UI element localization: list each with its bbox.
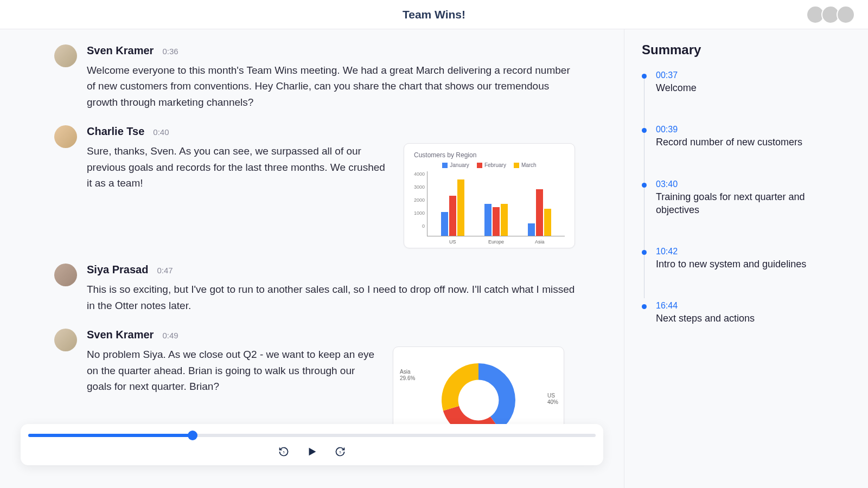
summary-item[interactable]: 16:44 Next steps and actions bbox=[642, 301, 851, 325]
summary-dot-icon bbox=[642, 304, 647, 309]
y-tick: 2000 bbox=[414, 197, 425, 203]
bar-chart-card[interactable]: Customers by Region January February Mar… bbox=[404, 143, 575, 248]
summary-time: 00:37 bbox=[656, 70, 851, 80]
bar-group: Asia bbox=[528, 171, 551, 236]
transcript-entry[interactable]: Charlie Tse 0:40 Sure, thanks, Sven. As … bbox=[54, 125, 575, 248]
speaker-name: Siya Prasad bbox=[87, 264, 148, 276]
bar-group: Europe bbox=[484, 171, 508, 236]
page-title: Team Wins! bbox=[403, 8, 465, 21]
summary-dot-icon bbox=[642, 128, 647, 133]
summary-item[interactable]: 00:39 Record number of new customers bbox=[642, 125, 851, 149]
summary-panel: Summary 00:37 Welcome 00:39 Record numbe… bbox=[624, 29, 868, 488]
summary-title: Intro to new system and guidelines bbox=[656, 258, 851, 271]
avatar[interactable] bbox=[837, 5, 855, 24]
summary-item[interactable]: 03:40 Training goals for next quarter an… bbox=[642, 179, 851, 217]
speaker-avatar bbox=[54, 329, 77, 351]
transcript-text: This is so exciting, but I've got to run… bbox=[87, 281, 575, 313]
legend-label: March bbox=[521, 162, 537, 168]
forward-icon[interactable]: 5 bbox=[334, 446, 346, 458]
speaker-avatar bbox=[54, 264, 77, 286]
transcript-column: Sven Kramer 0:36 Welcome everyone to thi… bbox=[0, 29, 624, 488]
svg-text:5: 5 bbox=[339, 451, 341, 454]
summary-dot-icon bbox=[642, 74, 647, 79]
summary-time: 16:44 bbox=[656, 301, 851, 311]
summary-item[interactable]: 10:42 Intro to new system and guidelines bbox=[642, 247, 851, 271]
chart-legend: January February March bbox=[414, 162, 565, 168]
chart-title: Customers by Region bbox=[414, 151, 565, 159]
svg-text:5: 5 bbox=[283, 451, 284, 454]
play-icon[interactable] bbox=[306, 446, 318, 458]
bar bbox=[493, 207, 500, 236]
summary-item[interactable]: 00:37 Welcome bbox=[642, 70, 851, 94]
bar bbox=[449, 196, 456, 236]
speaker-avatar bbox=[54, 44, 77, 67]
transcript-text: Welcome everyone to this month's Team Wi… bbox=[87, 62, 575, 110]
summary-dot-icon bbox=[642, 183, 647, 188]
timestamp: 0:47 bbox=[157, 266, 173, 275]
legend-label: January bbox=[450, 162, 469, 168]
transcript-text: No problem Siya. As we close out Q2 - we… bbox=[87, 346, 380, 394]
summary-time: 03:40 bbox=[656, 179, 851, 189]
bar bbox=[484, 204, 492, 236]
x-tick: US bbox=[449, 239, 456, 245]
summary-heading: Summary bbox=[642, 42, 851, 57]
bar bbox=[544, 209, 551, 236]
y-tick: 4000 bbox=[414, 171, 425, 177]
content: Sven Kramer 0:36 Welcome everyone to thi… bbox=[0, 29, 868, 488]
audio-player: 5 5 bbox=[21, 424, 603, 465]
x-tick: Europe bbox=[488, 239, 504, 245]
speaker-avatar bbox=[54, 125, 77, 148]
timestamp: 0:36 bbox=[162, 47, 178, 56]
y-tick: 1000 bbox=[414, 210, 425, 216]
legend-label: February bbox=[484, 162, 506, 168]
player-controls: 5 5 bbox=[28, 446, 596, 458]
speaker-name: Sven Kramer bbox=[87, 329, 154, 341]
summary-list: 00:37 Welcome 00:39 Record number of new… bbox=[642, 70, 851, 325]
summary-title: Record number of new customers bbox=[656, 136, 851, 149]
bar bbox=[441, 212, 448, 236]
timestamp: 0:40 bbox=[153, 127, 169, 137]
transcript-entry[interactable]: Sven Kramer 0:36 Welcome everyone to thi… bbox=[54, 44, 575, 110]
donut-slice-label: Asia 29.6% bbox=[400, 369, 415, 382]
header: Team Wins! bbox=[0, 0, 868, 29]
summary-dot-icon bbox=[642, 250, 647, 255]
transcript-text: Sure, thanks, Sven. As you can see, we s… bbox=[87, 143, 391, 191]
bar-group: US bbox=[441, 171, 464, 236]
bar bbox=[457, 179, 464, 236]
summary-title: Welcome bbox=[656, 81, 851, 94]
summary-time: 00:39 bbox=[656, 125, 851, 134]
y-tick: 3000 bbox=[414, 184, 425, 190]
timestamp: 0:49 bbox=[162, 331, 178, 340]
progress-thumb[interactable] bbox=[188, 431, 197, 440]
speaker-name: Charlie Tse bbox=[87, 125, 144, 138]
summary-title: Training goals for next quarter and obje… bbox=[656, 190, 851, 217]
donut-slice bbox=[442, 363, 478, 410]
bar bbox=[536, 189, 543, 236]
summary-time: 10:42 bbox=[656, 247, 851, 256]
transcript-feed: Sven Kramer 0:36 Welcome everyone to thi… bbox=[54, 44, 575, 452]
bar bbox=[501, 204, 508, 236]
transcript-entry[interactable]: Siya Prasad 0:47 This is so exciting, bu… bbox=[54, 264, 575, 313]
summary-title: Next steps and actions bbox=[656, 312, 851, 325]
x-tick: Asia bbox=[535, 239, 545, 245]
participant-avatars bbox=[809, 5, 855, 24]
speaker-name: Sven Kramer bbox=[87, 44, 154, 57]
bar-chart: 4000 3000 2000 1000 0 USEuropeAsia bbox=[414, 171, 565, 236]
svg-marker-1 bbox=[309, 448, 316, 456]
progress-track[interactable] bbox=[28, 434, 596, 437]
rewind-icon[interactable]: 5 bbox=[278, 446, 290, 458]
progress-fill bbox=[28, 434, 193, 437]
donut-slice-label: US 40% bbox=[547, 393, 558, 406]
bar bbox=[528, 223, 535, 236]
y-tick: 0 bbox=[414, 223, 425, 229]
